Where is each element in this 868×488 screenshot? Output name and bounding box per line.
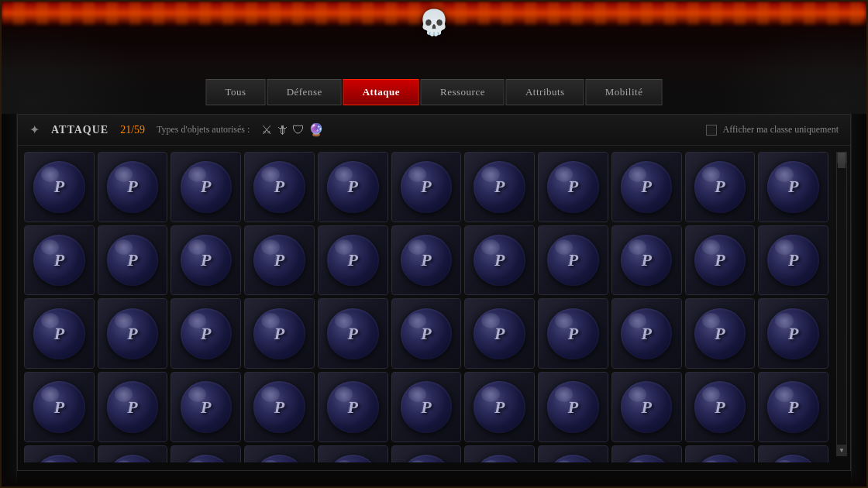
skill-item[interactable]: P	[391, 298, 462, 369]
skill-icon: P	[401, 235, 453, 287]
skill-item[interactable]: P	[611, 152, 682, 222]
skill-item[interactable]: P	[244, 372, 315, 442]
skill-item[interactable]: P	[244, 298, 315, 369]
skill-orb: P	[767, 161, 819, 213]
skill-orb: P	[253, 308, 305, 360]
skill-orb: P	[474, 235, 525, 287]
skill-item[interactable]: P	[758, 225, 828, 296]
class-filter: Afficher ma classe uniquement	[706, 124, 839, 136]
skill-item[interactable]: P	[318, 298, 388, 369]
skill-orb: P	[327, 161, 379, 213]
skill-item[interactable]: P	[464, 298, 535, 369]
tab-mobilite[interactable]: Mobilité	[586, 79, 663, 105]
skill-orb: P	[401, 455, 453, 462]
scrollbar-arrow-down[interactable]: ▼	[837, 445, 846, 455]
skill-item[interactable]: P	[24, 445, 95, 462]
skill-item[interactable]: P	[98, 225, 168, 296]
skill-item[interactable]: P	[318, 152, 388, 222]
skill-item[interactable]: P	[685, 152, 756, 222]
skill-item[interactable]: P	[98, 372, 168, 442]
scrollbar-thumb[interactable]	[838, 153, 846, 168]
skill-item[interactable]: P	[758, 298, 828, 369]
skill-item[interactable]: P	[391, 152, 462, 222]
skill-item[interactable]: P	[685, 445, 756, 462]
skill-item[interactable]: P	[611, 298, 682, 369]
skill-orb: P	[181, 235, 232, 287]
skill-icon: P	[253, 161, 305, 213]
skill-orb: P	[474, 308, 525, 360]
skill-item[interactable]: P	[611, 225, 682, 296]
skill-item[interactable]: P	[758, 152, 828, 222]
skill-symbol: P	[788, 324, 798, 344]
skill-item[interactable]: P	[611, 372, 682, 442]
skill-item[interactable]: P	[464, 152, 535, 222]
skill-item[interactable]: P	[391, 445, 462, 462]
skill-symbol: P	[54, 324, 64, 344]
skill-item[interactable]: P	[758, 372, 828, 442]
skill-orb: P	[181, 161, 232, 213]
skill-item[interactable]: P	[464, 445, 535, 462]
skill-item[interactable]: P	[170, 445, 241, 462]
skill-item[interactable]: P	[24, 225, 95, 296]
skill-item[interactable]: P	[538, 445, 608, 462]
skill-item[interactable]: P	[170, 372, 241, 442]
tab-ressource[interactable]: Ressource	[421, 79, 505, 105]
skill-item[interactable]: P	[98, 445, 168, 462]
skill-item[interactable]: P	[24, 298, 95, 369]
tab-attributs[interactable]: Attributs	[506, 79, 584, 105]
skill-item[interactable]: P	[391, 225, 462, 296]
skill-item[interactable]: P	[318, 225, 388, 296]
skill-symbol: P	[201, 324, 211, 344]
class-filter-checkbox[interactable]	[706, 125, 717, 136]
skill-orb: P	[107, 455, 159, 462]
skill-icon: P	[401, 161, 453, 213]
skill-item[interactable]: P	[24, 152, 95, 222]
skill-item[interactable]: P	[98, 298, 168, 369]
skill-item[interactable]: P	[170, 298, 241, 369]
skill-symbol: P	[348, 177, 358, 197]
skill-symbol: P	[54, 397, 64, 418]
skill-item[interactable]: P	[685, 298, 756, 369]
skill-item[interactable]: P	[538, 152, 608, 222]
skill-item[interactable]: P	[538, 372, 608, 442]
skill-orb: P	[621, 455, 673, 462]
skill-item[interactable]: P	[685, 225, 756, 296]
skill-item[interactable]: P	[464, 225, 535, 296]
skill-item[interactable]: P	[24, 372, 95, 442]
skill-item[interactable]: P	[318, 372, 388, 442]
class-filter-label: Afficher ma classe uniquement	[723, 124, 839, 136]
skill-orb: P	[401, 381, 453, 433]
skill-item[interactable]: P	[98, 152, 168, 222]
skill-icon: P	[181, 455, 232, 462]
skill-item[interactable]: P	[170, 152, 241, 222]
tab-tous[interactable]: Tous	[206, 79, 266, 105]
skill-icon: P	[327, 308, 379, 360]
skill-icon: P	[621, 381, 673, 433]
skill-symbol: P	[788, 177, 798, 197]
skill-item[interactable]: P	[464, 372, 535, 442]
skill-item[interactable]: P	[611, 445, 682, 462]
skills-grid: PPPPPPPPPPPPPPPPPPPPPPPPPPPPPPPPPPPPPPPP…	[24, 152, 844, 462]
skill-item[interactable]: P	[244, 152, 315, 222]
skill-icon: P	[767, 161, 819, 213]
scrollbar[interactable]: ▲ ▼	[836, 152, 847, 456]
skill-icon: P	[33, 235, 85, 287]
skill-item[interactable]: P	[170, 225, 241, 296]
skill-item[interactable]: P	[244, 445, 315, 462]
skill-item[interactable]: P	[685, 372, 756, 442]
skill-item[interactable]: P	[758, 445, 828, 462]
skill-symbol: P	[715, 397, 725, 418]
skill-item[interactable]: P	[244, 225, 315, 296]
tab-attaque[interactable]: Attaque	[343, 79, 419, 105]
tab-defense[interactable]: Défense	[267, 79, 342, 105]
skill-orb: P	[107, 161, 159, 213]
skill-symbol: P	[274, 177, 284, 197]
skill-icon: P	[621, 161, 673, 213]
skill-orb: P	[181, 308, 232, 360]
skill-item[interactable]: P	[318, 445, 388, 462]
skill-item[interactable]: P	[538, 225, 608, 296]
skill-item[interactable]: P	[538, 298, 608, 369]
skill-icon: P	[547, 308, 599, 360]
skill-icon: P	[33, 381, 85, 433]
skill-item[interactable]: P	[391, 372, 462, 442]
